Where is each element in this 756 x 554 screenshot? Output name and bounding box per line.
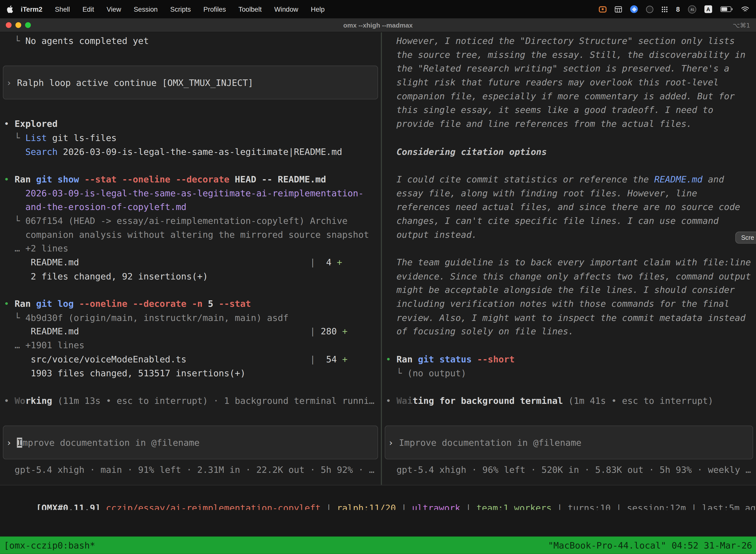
text-span: ting for background terminal <box>413 396 563 406</box>
text-span: • <box>4 174 15 184</box>
terminal-line: 2026-03-09-is-legal-the-same-as-legitima… <box>0 186 381 200</box>
terminal-line <box>382 380 756 394</box>
text-span: (no output) <box>407 368 466 378</box>
text-span: git ls-files <box>47 132 117 143</box>
battery-icon[interactable] <box>720 6 733 12</box>
text-span: • <box>386 396 396 406</box>
inject-banner: › Ralph loop active continue [OMX_TMUX_I… <box>3 66 378 100</box>
text-span: --oneline --decorate <box>79 298 192 309</box>
text-span: src/voice/voiceModeEnabled.ts <box>4 354 187 365</box>
terminal-line: changes, I can't cite specific file line… <box>382 214 756 228</box>
terminal-line: └ List git ls-files <box>0 131 381 145</box>
text-span: 4b9d30f (origin/main, instructkr/main, m… <box>25 313 289 323</box>
terminal-line <box>0 283 381 297</box>
text-span: 280 <box>315 326 342 337</box>
waiting-status-line: • Waiting for background terminal (1m 41… <box>382 394 756 408</box>
prompt-input[interactable]: › Improve documentation in @filename <box>3 426 378 459</box>
prompt-input[interactable]: › Improve documentation in @filename <box>385 426 753 459</box>
text-span: --stat --oneline --decorate <box>84 174 230 184</box>
input-source-icon[interactable]: A <box>704 5 712 13</box>
text-span: review. Also, I might want to inspect th… <box>386 313 746 323</box>
grid-icon[interactable] <box>615 6 622 12</box>
text-span: | <box>79 257 315 267</box>
desktop: iTerm2ShellEditViewSessionScriptsProfile… <box>0 0 756 554</box>
text-span: gpt-5.4 xhigh · 96% left · 520K in · 5.8… <box>386 465 751 475</box>
terminal-line <box>382 159 756 173</box>
menu-item-session[interactable]: Session <box>134 5 158 13</box>
menu-item-window[interactable]: Window <box>274 5 298 13</box>
terminal-line: references need actual files, and since … <box>382 200 756 214</box>
text-span: › <box>6 78 17 88</box>
text-span: | <box>611 503 627 510</box>
command-line: • Ran git show --stat --oneline --decora… <box>0 173 381 187</box>
compass-icon[interactable] <box>630 5 638 13</box>
text-span: Ran <box>396 354 418 364</box>
tmux-session-label: [omx-cczip0:bash* <box>4 540 95 550</box>
text-span: Ralph loop active continue [OMX_TMUX_INJ… <box>17 78 253 88</box>
text-span: [OMX#0.11.9] <box>36 503 101 510</box>
menu-item-iterm2[interactable]: iTerm2 <box>21 5 43 13</box>
terminal-line: src/voice/voiceModeEnabled.ts | 54 + <box>0 353 381 367</box>
command-line: • Ran git log --oneline --decorate -n 5 … <box>0 297 381 311</box>
terminal-line: … +2 lines <box>0 242 381 256</box>
text-span: I could cite commit statistics or refere… <box>386 174 654 184</box>
menu-item-help[interactable]: Help <box>311 5 325 13</box>
text-span: and <box>703 174 724 184</box>
menu-item-view[interactable]: View <box>107 5 121 13</box>
menu-item-shell[interactable]: Shell <box>55 5 70 13</box>
text-span: Explored <box>15 119 58 129</box>
text-span: mprove documentation in @filename <box>22 438 199 448</box>
dots-grid-icon[interactable] <box>662 6 668 12</box>
text-span: --short <box>477 354 515 364</box>
terminal-line: └ 067f154 (HEAD -> essay/ai-reimplementa… <box>0 214 381 228</box>
text-span: └ <box>386 368 407 378</box>
screen: iTerm2ShellEditViewSessionScriptsProfile… <box>0 0 756 554</box>
minimize-button[interactable] <box>15 22 21 28</box>
text-span: evidence. Since this change only affects… <box>386 271 751 281</box>
text-span: README.md <box>654 174 703 184</box>
text-span: essay file, along with finding root file… <box>386 188 697 198</box>
menu-item-toolbelt[interactable]: Toolbelt <box>238 5 262 13</box>
inject-banner-row: › Ralph loop active continue [OMX_TMUX_I… <box>0 62 381 104</box>
text-span <box>101 503 106 510</box>
text-span: + <box>342 354 348 365</box>
text-span: this single essay, it seems like a good … <box>386 105 713 115</box>
menu-item-profiles[interactable]: Profiles <box>203 5 226 13</box>
menu-item-scripts[interactable]: Scripts <box>170 5 191 13</box>
text-span: and-the-erosion-of-copyleft.md <box>4 202 187 212</box>
gauge-icon[interactable]: .61 <box>688 5 696 13</box>
apple-menu-icon[interactable] <box>7 5 13 13</box>
record-indicator-icon[interactable] <box>599 6 607 12</box>
right-pane[interactable]: However, I noticed the "Directory Struct… <box>382 32 756 485</box>
terminal-line: output instead. <box>382 228 756 242</box>
figure-eight-icon[interactable]: 8 <box>676 5 680 13</box>
text-span: └ <box>4 216 25 226</box>
text-span: Wo <box>15 396 25 406</box>
text-span: HEAD -- README.md <box>230 174 326 184</box>
text-span: └ <box>4 36 25 46</box>
wifi-icon[interactable] <box>741 6 749 12</box>
text-span: provide file and line references from th… <box>386 119 692 129</box>
terminal-line: might be acceptable alongside the file l… <box>382 283 756 297</box>
terminal-line: 2 files changed, 92 insertions(+) <box>0 270 381 283</box>
menu-items: iTerm2ShellEditViewSessionScriptsProfile… <box>21 5 325 13</box>
text-span: --stat <box>219 298 251 309</box>
text-span: … +2 lines <box>4 243 68 254</box>
terminal-line: including verification notes with those … <box>382 297 756 311</box>
text-span: However, I noticed the "Directory Struct… <box>386 36 735 46</box>
close-button[interactable] <box>6 22 11 28</box>
text-span: session:12m <box>627 503 686 510</box>
text-span: references need actual files, and since … <box>386 202 740 212</box>
zoom-button[interactable] <box>25 22 31 28</box>
prompt-input-row: › Improve documentation in @filename <box>382 422 756 463</box>
terminal-line: essay file, along with finding root file… <box>382 186 756 200</box>
menu-item-edit[interactable]: Edit <box>82 5 94 13</box>
terminal-line <box>0 408 381 422</box>
circle-icon[interactable] <box>646 5 653 13</box>
left-pane[interactable]: └ No agents completed yet› Ralph loop ac… <box>0 32 381 485</box>
bottom-spacer <box>0 510 756 537</box>
screenshot-thumbnail-chip[interactable]: Scre <box>736 232 756 244</box>
omx-status-bar-line: [OMX#0.11.9] cczip/essay/ai-reimplementa… <box>36 503 756 510</box>
terminal-line: of focusing solely on file lines. <box>382 325 756 339</box>
terminal-line: the "Related research writing" section i… <box>382 62 756 76</box>
